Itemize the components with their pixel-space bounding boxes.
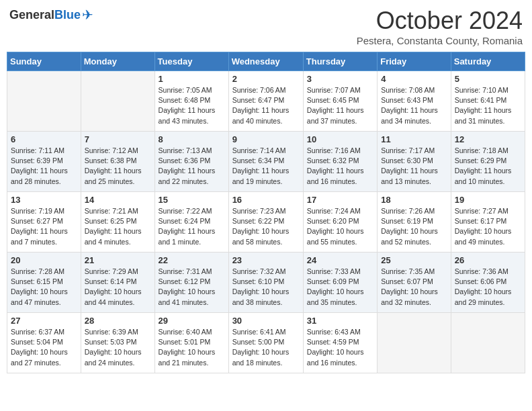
- weekday-header-saturday: Saturday: [451, 52, 525, 71]
- day-info: Sunrise: 6:39 AM Sunset: 5:03 PM Dayligh…: [85, 327, 151, 368]
- day-number: 30: [232, 316, 300, 326]
- day-info: Sunrise: 7:22 AM Sunset: 6:24 PM Dayligh…: [159, 206, 225, 247]
- day-info: Sunrise: 7:29 AM Sunset: 6:14 PM Dayligh…: [85, 267, 151, 308]
- logo-general-text: General: [9, 8, 54, 22]
- calendar-cell: 16Sunrise: 7:23 AM Sunset: 6:22 PM Dayli…: [228, 192, 303, 253]
- day-number: 22: [159, 255, 225, 265]
- calendar-cell: 4Sunrise: 7:08 AM Sunset: 6:43 PM Daylig…: [378, 71, 451, 132]
- day-info: Sunrise: 7:12 AM Sunset: 6:38 PM Dayligh…: [85, 146, 151, 187]
- weekday-header-monday: Monday: [81, 52, 154, 71]
- calendar-cell: 12Sunrise: 7:18 AM Sunset: 6:29 PM Dayli…: [451, 132, 525, 192]
- calendar-cell: [451, 313, 525, 373]
- calendar-cell: 27Sunrise: 6:37 AM Sunset: 5:04 PM Dayli…: [7, 313, 81, 373]
- weekday-header-row: SundayMondayTuesdayWednesdayThursdayFrid…: [7, 52, 525, 71]
- day-number: 15: [159, 195, 225, 205]
- day-info: Sunrise: 7:17 AM Sunset: 6:30 PM Dayligh…: [381, 146, 447, 187]
- calendar-cell: 31Sunrise: 6:43 AM Sunset: 4:59 PM Dayli…: [303, 313, 377, 373]
- calendar-week-row: 1Sunrise: 7:05 AM Sunset: 6:48 PM Daylig…: [7, 71, 525, 132]
- day-info: Sunrise: 7:05 AM Sunset: 6:48 PM Dayligh…: [159, 85, 225, 126]
- page-header: General Blue ✈ October 2024 Pestera, Con…: [7, 7, 525, 46]
- calendar-cell: 18Sunrise: 7:26 AM Sunset: 6:19 PM Dayli…: [378, 192, 451, 253]
- day-info: Sunrise: 6:41 AM Sunset: 5:00 PM Dayligh…: [232, 327, 300, 368]
- calendar-cell: 8Sunrise: 7:13 AM Sunset: 6:36 PM Daylig…: [154, 132, 228, 192]
- day-info: Sunrise: 7:13 AM Sunset: 6:36 PM Dayligh…: [159, 146, 225, 187]
- calendar-cell: 26Sunrise: 7:36 AM Sunset: 6:06 PM Dayli…: [451, 253, 525, 313]
- day-number: 13: [11, 195, 77, 205]
- calendar-cell: 5Sunrise: 7:10 AM Sunset: 6:41 PM Daylig…: [451, 71, 525, 132]
- day-info: Sunrise: 7:06 AM Sunset: 6:47 PM Dayligh…: [232, 85, 300, 126]
- calendar-cell: [378, 313, 451, 373]
- day-number: 6: [11, 134, 77, 144]
- day-info: Sunrise: 6:37 AM Sunset: 5:04 PM Dayligh…: [11, 327, 77, 368]
- day-number: 29: [159, 316, 225, 326]
- calendar-cell: 3Sunrise: 7:07 AM Sunset: 6:45 PM Daylig…: [303, 71, 377, 132]
- day-number: 11: [381, 134, 447, 144]
- calendar-cell: 19Sunrise: 7:27 AM Sunset: 6:17 PM Dayli…: [451, 192, 525, 253]
- day-info: Sunrise: 7:18 AM Sunset: 6:29 PM Dayligh…: [455, 146, 521, 187]
- day-info: Sunrise: 7:14 AM Sunset: 6:34 PM Dayligh…: [232, 146, 300, 187]
- calendar-cell: 30Sunrise: 6:41 AM Sunset: 5:00 PM Dayli…: [228, 313, 303, 373]
- calendar-cell: 15Sunrise: 7:22 AM Sunset: 6:24 PM Dayli…: [154, 192, 228, 253]
- day-number: 25: [381, 255, 447, 265]
- calendar-cell: 22Sunrise: 7:31 AM Sunset: 6:12 PM Dayli…: [154, 253, 228, 313]
- day-info: Sunrise: 7:23 AM Sunset: 6:22 PM Dayligh…: [232, 206, 300, 247]
- logo-blue-text: Blue: [54, 8, 81, 22]
- calendar-week-row: 20Sunrise: 7:28 AM Sunset: 6:15 PM Dayli…: [7, 253, 525, 313]
- calendar-cell: 25Sunrise: 7:35 AM Sunset: 6:07 PM Dayli…: [378, 253, 451, 313]
- day-info: Sunrise: 6:43 AM Sunset: 4:59 PM Dayligh…: [307, 327, 373, 368]
- calendar-cell: 6Sunrise: 7:11 AM Sunset: 6:39 PM Daylig…: [7, 132, 81, 192]
- day-number: 12: [455, 134, 521, 144]
- calendar-cell: 29Sunrise: 6:40 AM Sunset: 5:01 PM Dayli…: [154, 313, 228, 373]
- day-number: 23: [232, 255, 300, 265]
- calendar-week-row: 27Sunrise: 6:37 AM Sunset: 5:04 PM Dayli…: [7, 313, 525, 373]
- location-subtitle: Pestera, Constanta County, Romania: [357, 35, 523, 46]
- weekday-header-thursday: Thursday: [303, 52, 377, 71]
- day-number: 31: [307, 316, 373, 326]
- calendar-week-row: 6Sunrise: 7:11 AM Sunset: 6:39 PM Daylig…: [7, 132, 525, 192]
- weekday-header-sunday: Sunday: [7, 52, 81, 71]
- day-info: Sunrise: 7:08 AM Sunset: 6:43 PM Dayligh…: [381, 85, 447, 126]
- day-number: 4: [381, 74, 447, 84]
- day-number: 27: [11, 316, 77, 326]
- day-info: Sunrise: 7:19 AM Sunset: 6:27 PM Dayligh…: [11, 206, 77, 247]
- day-number: 20: [11, 255, 77, 265]
- calendar-week-row: 13Sunrise: 7:19 AM Sunset: 6:27 PM Dayli…: [7, 192, 525, 253]
- calendar-cell: 23Sunrise: 7:32 AM Sunset: 6:10 PM Dayli…: [228, 253, 303, 313]
- calendar-table: SundayMondayTuesdayWednesdayThursdayFrid…: [7, 52, 525, 373]
- day-info: Sunrise: 6:40 AM Sunset: 5:01 PM Dayligh…: [159, 327, 225, 368]
- logo: General Blue ✈: [9, 7, 93, 23]
- day-number: 16: [232, 195, 300, 205]
- day-info: Sunrise: 7:10 AM Sunset: 6:41 PM Dayligh…: [455, 85, 521, 126]
- day-info: Sunrise: 7:28 AM Sunset: 6:15 PM Dayligh…: [11, 267, 77, 308]
- weekday-header-friday: Friday: [378, 52, 451, 71]
- calendar-cell: 13Sunrise: 7:19 AM Sunset: 6:27 PM Dayli…: [7, 192, 81, 253]
- calendar-cell: 11Sunrise: 7:17 AM Sunset: 6:30 PM Dayli…: [378, 132, 451, 192]
- day-number: 18: [381, 195, 447, 205]
- calendar-cell: 9Sunrise: 7:14 AM Sunset: 6:34 PM Daylig…: [228, 132, 303, 192]
- calendar-cell: 10Sunrise: 7:16 AM Sunset: 6:32 PM Dayli…: [303, 132, 377, 192]
- day-info: Sunrise: 7:31 AM Sunset: 6:12 PM Dayligh…: [159, 267, 225, 308]
- day-number: 5: [455, 74, 521, 84]
- day-number: 28: [85, 316, 151, 326]
- day-number: 14: [85, 195, 151, 205]
- calendar-cell: 24Sunrise: 7:33 AM Sunset: 6:09 PM Dayli…: [303, 253, 377, 313]
- calendar-cell: [81, 71, 154, 132]
- calendar-cell: 2Sunrise: 7:06 AM Sunset: 6:47 PM Daylig…: [228, 71, 303, 132]
- day-info: Sunrise: 7:21 AM Sunset: 6:25 PM Dayligh…: [85, 206, 151, 247]
- day-number: 2: [232, 74, 300, 84]
- day-number: 21: [85, 255, 151, 265]
- day-info: Sunrise: 7:24 AM Sunset: 6:20 PM Dayligh…: [307, 206, 373, 247]
- day-number: 26: [455, 255, 521, 265]
- day-number: 3: [307, 74, 373, 84]
- day-number: 19: [455, 195, 521, 205]
- weekday-header-wednesday: Wednesday: [228, 52, 303, 71]
- day-info: Sunrise: 7:27 AM Sunset: 6:17 PM Dayligh…: [455, 206, 521, 247]
- day-number: 17: [307, 195, 373, 205]
- month-title: October 2024: [357, 7, 523, 35]
- calendar-cell: 17Sunrise: 7:24 AM Sunset: 6:20 PM Dayli…: [303, 192, 377, 253]
- calendar-cell: 21Sunrise: 7:29 AM Sunset: 6:14 PM Dayli…: [81, 253, 154, 313]
- day-info: Sunrise: 7:36 AM Sunset: 6:06 PM Dayligh…: [455, 267, 521, 308]
- day-number: 10: [307, 134, 373, 144]
- logo-bird-icon: ✈: [82, 7, 93, 23]
- day-info: Sunrise: 7:32 AM Sunset: 6:10 PM Dayligh…: [232, 267, 300, 308]
